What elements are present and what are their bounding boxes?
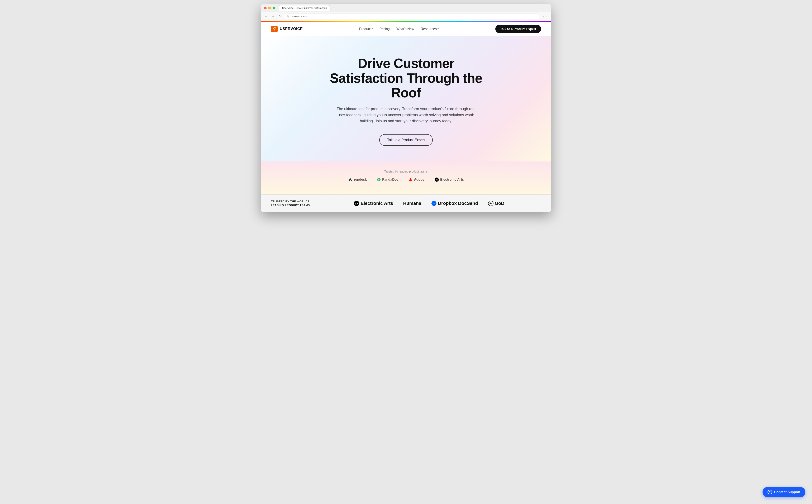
zendesk-icon — [348, 178, 352, 182]
nav-pricing[interactable]: Pricing — [379, 27, 390, 31]
god-icon — [488, 201, 494, 206]
adobe-icon — [409, 178, 413, 182]
svg-text:P: P — [378, 179, 379, 181]
back-button[interactable]: ← — [263, 14, 268, 19]
svg-text:EA: EA — [355, 203, 358, 205]
browser-bar: ← → ↻ 🔍 uservoice.com ··· — [261, 12, 551, 21]
hero-section: Drive Customer Satisfaction Through the … — [261, 36, 551, 161]
nav-resources[interactable]: Resources ▾ — [421, 27, 439, 31]
nav-whats-new[interactable]: What's New — [396, 27, 414, 31]
browser-options-button[interactable]: ··· — [542, 13, 549, 19]
logo-text: USERVOICE — [280, 27, 303, 31]
bottom-ea-logo: EA Electronic Arts — [353, 200, 393, 206]
main-nav: USERVOICE Product ▾ Pricing What's New R… — [261, 22, 551, 36]
bottom-banner-text: TRUSTED BY THE WORLDS LEADING PRODUCT TE… — [271, 200, 317, 207]
browser-more-button[interactable]: ··· — [542, 5, 549, 11]
bottom-logos: EA Electronic Arts Humana ◈ Dropbox DocS… — [317, 200, 541, 206]
hero-cta-button[interactable]: Talk to a Product Expert — [379, 134, 433, 146]
nav-product[interactable]: Product ▾ — [359, 27, 373, 31]
address-bar[interactable]: 🔍 uservoice.com — [284, 14, 539, 19]
close-button[interactable] — [264, 7, 266, 9]
pandadoc-icon: P — [377, 178, 381, 182]
bottom-god-logo: GoD — [488, 201, 504, 206]
logo-icon — [271, 26, 278, 32]
search-icon: 🔍 — [286, 15, 289, 18]
svg-marker-4 — [409, 178, 412, 181]
trusted-section: Trusted by leading product teams zendesk… — [261, 161, 551, 194]
bottom-dropbox-logo: ◈ Dropbox DocSend — [431, 201, 478, 206]
product-chevron: ▾ — [371, 28, 373, 30]
maximize-button[interactable] — [273, 7, 275, 9]
traffic-lights — [264, 7, 275, 9]
contact-support-button[interactable]: ? Contact Support — [763, 487, 805, 497]
ea-icon: EA — [435, 177, 439, 182]
bottom-humana-logo: Humana — [403, 201, 421, 206]
hero-subtitle: The ultimate tool for product discovery.… — [335, 106, 477, 124]
resources-chevron: ▾ — [438, 28, 439, 30]
zendesk-logo: zendesk — [348, 178, 367, 182]
ea-logo: EA Electronic Arts — [435, 177, 464, 182]
tab-bar: UserVoice - Drive Customer Satisfaction … — [279, 5, 336, 11]
bottom-ea-icon: EA — [353, 200, 359, 206]
svg-point-12 — [490, 203, 492, 204]
logo-link[interactable]: USERVOICE — [271, 26, 303, 32]
refresh-button[interactable]: ↻ — [278, 14, 282, 19]
pandadoc-logo: P PandaDoc — [377, 178, 398, 182]
trusted-label: Trusted by leading product teams — [271, 170, 541, 173]
bottom-banner: TRUSTED BY THE WORLDS LEADING PRODUCT TE… — [261, 194, 551, 212]
svg-text:EA: EA — [436, 179, 438, 181]
nav-cta-button[interactable]: Talk to a Product Expert — [495, 25, 541, 33]
new-tab-button[interactable]: + — [332, 6, 336, 10]
support-icon: ? — [768, 490, 772, 494]
nav-links: Product ▾ Pricing What's New Resources ▾ — [359, 27, 439, 31]
website-content: USERVOICE Product ▾ Pricing What's New R… — [261, 22, 551, 212]
address-text: uservoice.com — [291, 15, 308, 18]
logo-strip: zendesk P PandaDoc Adobe EA Electronic A… — [271, 177, 541, 182]
active-tab[interactable]: UserVoice - Drive Customer Satisfaction — [279, 5, 330, 11]
svg-point-1 — [274, 27, 275, 28]
titlebar: UserVoice - Drive Customer Satisfaction … — [261, 4, 551, 12]
svg-text:◈: ◈ — [433, 203, 435, 205]
forward-button[interactable]: → — [270, 14, 275, 19]
hero-title: Drive Customer Satisfaction Through the … — [322, 56, 490, 100]
adobe-logo: Adobe — [409, 178, 425, 182]
browser-window: UserVoice - Drive Customer Satisfaction … — [261, 4, 551, 212]
dropbox-icon: ◈ — [431, 201, 437, 206]
minimize-button[interactable] — [268, 7, 271, 9]
svg-rect-0 — [271, 26, 278, 32]
